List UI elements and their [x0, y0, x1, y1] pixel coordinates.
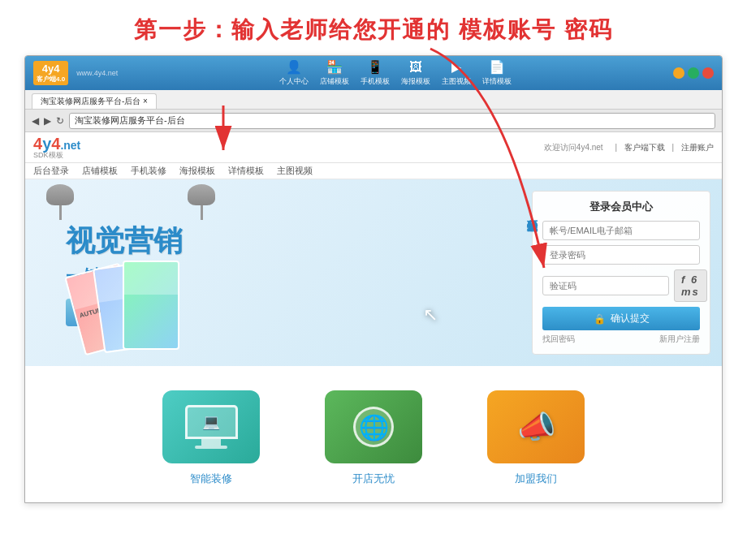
site-logo: 4y4.net SDK模板 [33, 136, 80, 159]
logo-4y4: 4y4.net [33, 136, 80, 152]
welcome-text: 欢迎访问4y4.net [544, 143, 603, 152]
back-button[interactable]: ◀ [32, 115, 39, 127]
feature-card-1: 💻 智能装修 [162, 390, 260, 486]
maximize-button[interactable] [688, 67, 699, 79]
nav-poster-template[interactable]: 🖼 海报模板 [401, 60, 430, 87]
nav-video[interactable]: ▶ 主图视频 [442, 60, 471, 87]
site-header-links: 欢迎访问4y4.net | 客户端下载 | 注册账户 [539, 142, 714, 153]
nav-mobile-template[interactable]: 📱 手机模板 [361, 60, 390, 87]
login-box: 登录会员中心 f 6 ms 🔒 确认提交 找回密码 新用户注册 [532, 191, 710, 355]
feature-icon-teal: 💻 [162, 390, 260, 463]
nav-label: 手机模板 [361, 76, 390, 87]
nav-shop-template[interactable]: 🏪 店铺模板 [320, 60, 349, 87]
browser-logo: 4y4 客户端4.0 [33, 61, 68, 84]
shop-icon: 🏪 [326, 60, 343, 75]
lamp-left [46, 184, 74, 220]
feature-label-1: 智能装修 [190, 472, 232, 486]
forgot-password-link[interactable]: 找回密码 [542, 334, 575, 345]
nav-detail-template[interactable]: 📄 详情模板 [482, 60, 512, 87]
tab-label: 淘宝装修网店服务平台-后台 × [41, 96, 148, 107]
banner-title-main: 视觉营销 [66, 222, 516, 261]
feature-card-2: 🌐 开店无忧 [325, 390, 422, 486]
login-title: 登录会员中心 [542, 200, 700, 214]
logo-subtitle: 客户端4.0 [37, 75, 65, 84]
password-input[interactable] [542, 245, 700, 265]
browser-window: 4y4 客户端4.0 www.4y4.net 👤 个人中心 🏪 店铺模板 📱 手… [24, 55, 723, 503]
client-download-link[interactable]: 客户端下载 [624, 143, 665, 152]
nav-label: 店铺模板 [320, 76, 349, 87]
login-links: 找回密码 新用户注册 [542, 334, 700, 345]
browser-addressbar: ◀ ▶ ↻ 淘宝装修网店服务平台-后台 [25, 110, 722, 132]
monitor-icon: 💻 [185, 405, 238, 449]
detail-icon: 📄 [488, 60, 506, 75]
banner-cards: AUTUMN [74, 261, 220, 358]
features-section: 💻 智能装修 🌐 开店无忧 [25, 366, 722, 502]
nav-mobile-decor[interactable]: 手机装修 [131, 165, 166, 177]
page-title: 第一步：输入老师给您开通的 模板账号 密码 [0, 0, 747, 55]
address-text: 淘宝装修网店服务平台-后台 [75, 114, 185, 127]
site-header: 4y4.net SDK模板 欢迎访问4y4.net | 客户端下载 | 注册账户 [25, 132, 722, 163]
captcha-row: f 6 ms [542, 269, 700, 302]
shield-icon: 🔒 [594, 313, 606, 325]
nav-shop-template[interactable]: 店铺模板 [82, 165, 118, 177]
submit-label: 确认提交 [611, 312, 650, 325]
feature-icon-green: 🌐 [325, 390, 422, 463]
forward-button[interactable]: ▶ [44, 115, 51, 127]
video-icon: ▶ [447, 60, 465, 75]
register-link[interactable]: 新用户注册 [659, 334, 700, 345]
poster-icon: 🖼 [407, 60, 425, 75]
logo-sdk: SDK模板 [33, 152, 80, 159]
logo-url: www.4y4.net [76, 69, 118, 78]
megaphone-icon: 📣 [517, 409, 555, 445]
address-bar[interactable]: 淘宝装修网店服务平台-后台 [69, 113, 715, 129]
nav-main-video[interactable]: 主图视频 [277, 165, 313, 177]
site-banner: 视觉营销 一键安装模版 查看教程 AUTUMN [25, 179, 722, 366]
nav-label: 主图视频 [442, 76, 471, 87]
feature-icon-yellow: 📣 [487, 390, 585, 463]
nav-personal-center[interactable]: 👤 个人中心 [279, 60, 309, 87]
nav-label: 海报模板 [401, 76, 430, 87]
nav-detail[interactable]: 详情模板 [228, 165, 264, 177]
site-content: 4y4.net SDK模板 欢迎访问4y4.net | 客户端下载 | 注册账户… [25, 132, 722, 502]
lamp-right [188, 184, 215, 220]
browser-tabbar: 淘宝装修网店服务平台-后台 × [25, 90, 722, 110]
nav-poster[interactable]: 海报模板 [179, 165, 215, 177]
captcha-input[interactable] [542, 276, 669, 295]
feature-label-3: 加盟我们 [515, 472, 557, 486]
close-button[interactable] [702, 67, 714, 79]
minimize-button[interactable] [673, 67, 684, 79]
refresh-button[interactable]: ↻ [56, 115, 64, 127]
mobile-icon: 📱 [366, 60, 384, 75]
nav-label: 个人中心 [279, 76, 309, 87]
captcha-image: f 6 ms [674, 269, 707, 302]
window-controls [673, 67, 714, 79]
feature-label-2: 开店无忧 [352, 472, 395, 486]
username-input[interactable] [542, 221, 700, 240]
person-icon: 👤 [285, 60, 303, 75]
logo-text: 4y4 [42, 62, 60, 75]
browser-nav-icons: 👤 个人中心 🏪 店铺模板 📱 手机模板 🖼 海报模板 ▶ 主图视频 📄 [126, 60, 665, 87]
cursor-icon: ↖ [423, 304, 438, 325]
register-link[interactable]: 注册账户 [681, 143, 714, 152]
banner-left: 视觉营销 一键安装模版 查看教程 AUTUMN [25, 179, 532, 366]
nav-label: 详情模板 [482, 76, 512, 87]
feature-card-3: 📣 加盟我们 [487, 390, 585, 486]
site-nav: 后台登录 店铺模板 手机装修 海报模板 详情模板 主图视频 [25, 163, 722, 179]
submit-button[interactable]: 🔒 确认提交 [542, 307, 700, 330]
active-tab[interactable]: 淘宝装修网店服务平台-后台 × [32, 93, 157, 109]
globe-icon: 🌐 [353, 407, 394, 447]
browser-topbar: 4y4 客户端4.0 www.4y4.net 👤 个人中心 🏪 店铺模板 📱 手… [25, 56, 722, 90]
nav-backend-login[interactable]: 后台登录 [33, 165, 69, 177]
